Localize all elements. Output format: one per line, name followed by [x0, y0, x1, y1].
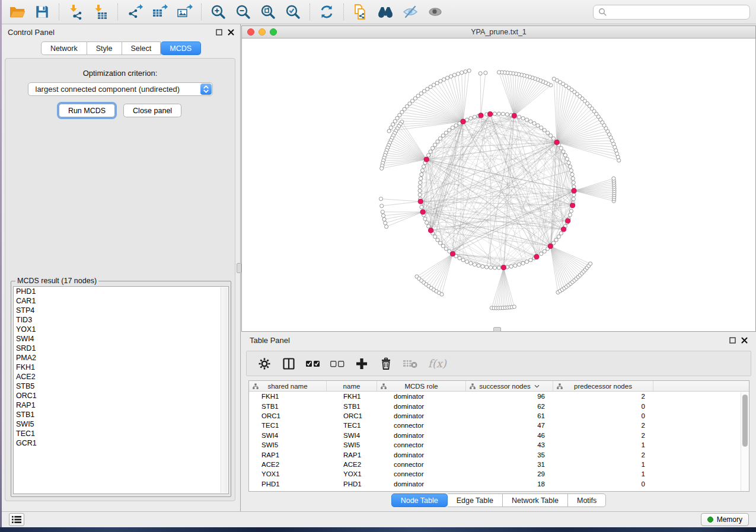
tab-motifs[interactable]: Motifs [568, 493, 606, 507]
mcds-result-item[interactable]: SWI5 [14, 419, 228, 429]
table-row[interactable]: RAP1RAP1dominator352 [249, 450, 749, 459]
mcds-result-list[interactable]: PHD1CAR1STP4TID3YOX1SWI4SRD1PMA2FKH1ACE2… [13, 286, 229, 494]
eye-slash-icon [402, 4, 419, 20]
add-column-button[interactable] [353, 355, 370, 372]
import-network-button[interactable] [66, 2, 86, 21]
column-header-predecessor-nodes[interactable]: predecessor nodes [553, 381, 653, 391]
mcds-result-item[interactable]: SRD1 [14, 344, 228, 353]
zoom-in-button[interactable] [208, 2, 228, 21]
table-row[interactable]: PHD1PHD1dominator180 [249, 479, 749, 489]
deselect-all-button[interactable] [329, 355, 346, 372]
chevron-up-down-icon [203, 85, 209, 93]
mcds-result-item[interactable]: TEC1 [14, 429, 228, 438]
mcds-result-item[interactable]: CAR1 [14, 296, 228, 306]
control-panel: Control Panel NetworkStyleSelectMCDS Opt… [2, 24, 241, 511]
save-session-button[interactable] [32, 2, 52, 21]
node-table[interactable]: shared namenameMCDS rolesuccessor nodesp… [248, 380, 749, 492]
tab-edge-table[interactable]: Edge Table [448, 493, 503, 507]
search-box[interactable] [593, 5, 750, 20]
apply-layout-button[interactable] [317, 2, 337, 21]
export-table-button[interactable] [149, 2, 170, 21]
tab-select[interactable]: Select [122, 41, 161, 55]
table-cell: 47 [466, 422, 553, 429]
tab-mcds[interactable]: MCDS [161, 41, 201, 55]
maximize-window-button[interactable] [270, 28, 277, 36]
zoom-selected-button[interactable] [283, 2, 303, 21]
search-input[interactable] [607, 8, 745, 16]
table-row[interactable]: STB1STB1dominator620 [249, 401, 749, 411]
delete-table-button[interactable] [402, 355, 419, 372]
mcds-result-item[interactable]: STB5 [14, 382, 228, 391]
zoom-fit-button[interactable] [258, 2, 278, 21]
mcds-result-item[interactable]: STP4 [14, 306, 228, 315]
close-panel-button[interactable]: Close panel [123, 104, 181, 117]
horizontal-splitter-handle[interactable] [493, 327, 501, 332]
svg-text:f(x): f(x) [428, 357, 447, 370]
export-image-button[interactable] [174, 2, 194, 21]
tab-style[interactable]: Style [87, 41, 122, 55]
leaf-nodes[interactable] [379, 69, 620, 310]
trash-icon [379, 357, 393, 370]
mcds-result-item[interactable]: YOX1 [14, 325, 228, 334]
mcds-result-item[interactable]: RAP1 [14, 400, 228, 410]
open-session-button[interactable] [7, 2, 27, 21]
tab-network[interactable]: Network [41, 41, 87, 55]
table-cell: 1 [553, 441, 653, 448]
show-all-button[interactable] [425, 2, 445, 21]
column-header-successor-nodes[interactable]: successor nodes [466, 381, 553, 391]
list-scrollbar[interactable] [221, 287, 228, 493]
mcds-result-item[interactable]: FKH1 [14, 363, 228, 372]
export-network-button[interactable] [125, 2, 145, 21]
close-panel-icon[interactable] [228, 29, 234, 36]
column-header-name[interactable]: name [327, 381, 377, 391]
delete-column-button[interactable] [378, 355, 394, 372]
tab-node-table[interactable]: Node Table [391, 493, 448, 507]
mcds-result-item[interactable]: GCR1 [14, 438, 228, 448]
run-mcds-button[interactable]: Run MCDS [59, 104, 115, 117]
network-canvas[interactable] [242, 39, 755, 331]
show-columns-button[interactable] [280, 355, 297, 372]
column-header-mcds-role[interactable]: MCDS role [377, 381, 466, 391]
tab-network-table[interactable]: Network Table [503, 493, 568, 507]
mcds-result-item[interactable]: SWI4 [14, 334, 228, 344]
zoom-out-button[interactable] [233, 2, 253, 21]
table-row[interactable]: SWI4SWI4dominator462 [249, 431, 749, 440]
table-cell: 0 [553, 403, 653, 410]
vertical-splitter-handle[interactable] [237, 263, 241, 273]
mcds-result-item[interactable]: TID3 [14, 315, 228, 325]
table-row[interactable]: TEC1TEC1connector472 [249, 421, 749, 430]
refresh-arrows-icon [318, 4, 335, 20]
close-panel-icon[interactable] [741, 337, 748, 344]
select-all-button[interactable] [305, 355, 321, 372]
table-row[interactable]: ACE2ACE2connector311 [249, 460, 749, 469]
memory-status-dot [707, 517, 713, 523]
mcds-result-item[interactable]: PHD1 [14, 287, 228, 296]
table-settings-button[interactable] [256, 355, 273, 372]
column-header-shared-name[interactable]: shared name [249, 381, 327, 391]
memory-button[interactable]: Memory [701, 513, 749, 526]
binoculars-icon [377, 4, 394, 20]
minimize-window-button[interactable] [259, 28, 266, 36]
close-window-button[interactable] [247, 28, 254, 36]
float-panel-icon[interactable] [216, 29, 222, 36]
table-scrollbar[interactable] [741, 392, 749, 491]
table-row[interactable]: FKH1FKH1dominator962 [249, 392, 749, 401]
table-row[interactable]: YOX1YOX1connector291 [249, 469, 749, 479]
mcds-result-item[interactable]: PMA2 [14, 353, 228, 363]
function-builder-button[interactable]: f(x) [426, 355, 451, 372]
mcds-result-item[interactable]: ACE2 [14, 372, 228, 382]
mcds-result-item[interactable]: ORC1 [14, 391, 228, 400]
mcds-result-item[interactable]: STB1 [14, 410, 228, 419]
first-neighbors-button[interactable] [375, 2, 395, 21]
criterion-select[interactable]: largest connected component (undirected) [28, 82, 213, 96]
import-table-button[interactable] [91, 2, 111, 21]
hide-selected-button[interactable] [400, 2, 420, 21]
scrollbar-thumb[interactable] [742, 395, 748, 447]
copy-network-button[interactable] [350, 2, 371, 21]
float-panel-icon[interactable] [729, 337, 736, 344]
table-row[interactable]: ORC1ORC1dominator610 [249, 411, 749, 421]
table-row[interactable]: SWI5SWI5connector431 [249, 440, 749, 450]
network-window-titlebar[interactable]: YPA_prune.txt_1 [242, 26, 755, 39]
task-history-button[interactable] [9, 513, 24, 526]
table-panel: Table Panel f(x) shared namenameMCDS rol… [241, 332, 756, 511]
